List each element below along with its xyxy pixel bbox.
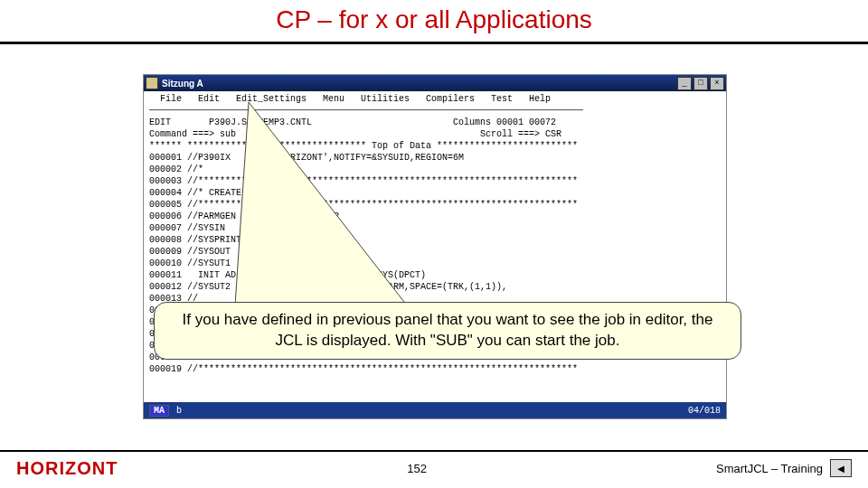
terminal-statusbar: MA b 04/018 xyxy=(144,402,726,418)
slide-title: CP – for x or all Applications xyxy=(0,5,868,34)
close-button[interactable]: × xyxy=(710,77,724,90)
minimize-button[interactable]: _ xyxy=(677,77,692,90)
status-cursor-pos: 04/018 xyxy=(688,406,721,416)
term-line: 000002 //* xyxy=(149,164,203,174)
footer-rule xyxy=(0,450,868,452)
page-number: 152 xyxy=(407,462,427,475)
term-line: 000019 //*******************************… xyxy=(149,364,578,374)
footer: HORIZONT 152 SmartJCL – Training ◄ xyxy=(0,455,868,481)
product-name: SmartJCL – Training xyxy=(716,462,823,475)
back-icon[interactable]: ◄ xyxy=(830,459,852,477)
term-line: 000008 //SYSPRINT DD SYSOUT=* xyxy=(149,235,307,245)
term-line: 000010 //SYSUT1 DD * xyxy=(149,258,269,268)
titlebar-left: Sitzung A xyxy=(146,77,203,89)
terminal-screenshot: Sitzung A _ □ × File Edit Edit_Settings … xyxy=(143,74,727,419)
term-line: 000012 //SYSUT2 DD DISP=(NEW,PASS),DSN=&… xyxy=(149,282,507,292)
term-line: 000007 //SYSIN DD DUMMY xyxy=(149,223,290,233)
ispf-menubar[interactable]: File Edit Edit_Settings Menu Utilities C… xyxy=(149,94,551,104)
term-line: ────────────────────────────────────────… xyxy=(149,106,583,116)
statusbar-left: MA b xyxy=(149,405,182,417)
window-buttons: _ □ × xyxy=(677,77,724,90)
term-line: ****** *********************************… xyxy=(149,141,578,151)
status-mode: MA xyxy=(149,405,169,417)
term-line: 000006 //PARMGEN EXEC PGM=IEBGENER xyxy=(149,211,339,221)
window-titlebar: Sitzung A _ □ × xyxy=(144,75,726,91)
term-line: EDIT P390J.SPFTEMP3.CNTL Columns 00001 0… xyxy=(149,117,556,127)
term-line: 000003 //*******************************… xyxy=(149,176,578,186)
brand-logo: HORIZONT xyxy=(16,458,118,479)
window-title: Sitzung A xyxy=(162,79,203,89)
term-line: 000009 //SYSOUT DD SYSOUT=* xyxy=(149,247,307,257)
footer-right: SmartJCL – Training ◄ xyxy=(716,459,852,477)
term-line: 000005 //*******************************… xyxy=(149,200,578,210)
term-line: 000011 INIT ADID(*) HIGHDATE(711231) SUB… xyxy=(149,270,426,280)
term-line: 000004 //* CREATE EQQYPARM xyxy=(149,188,290,198)
title-rule xyxy=(0,42,868,44)
status-left-text: b xyxy=(176,406,182,416)
term-line: 000001 //P390IX JOB ,'HORIZONT',NOTIFY=&… xyxy=(149,153,464,163)
maximize-button[interactable]: □ xyxy=(693,77,708,90)
slide: CP – for x or all Applications Sitzung A… xyxy=(0,0,868,488)
app-icon xyxy=(146,77,158,89)
term-line[interactable]: Command ===> sub Scroll ===> CSR xyxy=(149,129,561,139)
callout-box: If you have defined in previous panel th… xyxy=(154,302,741,360)
